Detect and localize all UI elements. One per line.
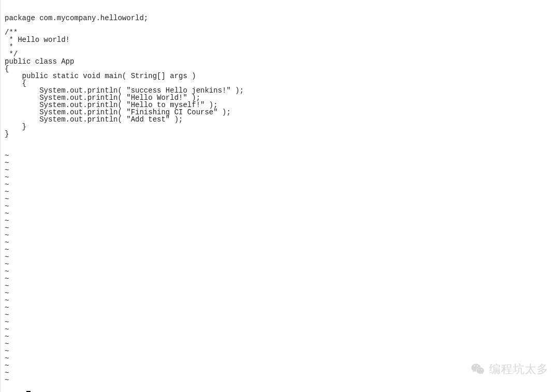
- tilde-line: ~: [5, 261, 559, 268]
- tilde-line: ~: [5, 319, 559, 326]
- code-line: {: [5, 80, 559, 87]
- tilde-line: ~: [5, 362, 559, 369]
- tilde-line: ~: [5, 232, 559, 239]
- code-line: public static void main( String[] args ): [5, 72, 559, 80]
- tilde-line: ~: [5, 340, 559, 348]
- command-line[interactable]: :wq: [5, 384, 31, 391]
- tilde-line: ~: [5, 152, 559, 159]
- code-line: System.out.println( "success Hello jenki…: [5, 87, 559, 94]
- tilde-line: ~: [5, 275, 559, 282]
- tilde-line: ~: [5, 159, 559, 167]
- code-line: System.out.println( "Hello to myself!" )…: [5, 101, 559, 109]
- tilde-line: ~: [5, 210, 559, 217]
- tilde-container: ~~~~~~~~~~~~~~~~~~~~~~~~~~~~~~~~~~~: [5, 152, 559, 382]
- tilde-line: ~: [5, 311, 559, 319]
- tilde-line: ~: [5, 290, 559, 297]
- code-line: }: [5, 130, 559, 138]
- tilde-line: ~: [5, 297, 559, 304]
- code-line: System.out.println( "Add test" );: [5, 116, 559, 123]
- tilde-line: ~: [5, 282, 559, 290]
- code-line: {: [5, 65, 559, 72]
- code-line: * Hello world!: [5, 36, 559, 43]
- tilde-line: ~: [5, 304, 559, 311]
- tilde-line: ~: [5, 369, 559, 376]
- code-line: *: [5, 43, 559, 51]
- tilde-line: ~: [5, 355, 559, 362]
- code-line: [5, 22, 559, 29]
- code-line: /**: [5, 29, 559, 36]
- code-line: System.out.println( "Finishing CI Course…: [5, 109, 559, 116]
- tilde-line: ~: [5, 376, 559, 382]
- tilde-line: ~: [5, 181, 559, 188]
- code-line: package com.mycompany.helloworld;: [5, 14, 559, 22]
- tilde-line: ~: [5, 348, 559, 355]
- tilde-line: ~: [5, 217, 559, 224]
- tilde-line: ~: [5, 203, 559, 210]
- editor-area[interactable]: package com.mycompany.helloworld; /** * …: [1, 0, 559, 382]
- code-line: }: [5, 123, 559, 130]
- code-container: package com.mycompany.helloworld; /** * …: [5, 14, 559, 138]
- tilde-line: ~: [5, 188, 559, 195]
- tilde-line: ~: [5, 174, 559, 181]
- tilde-line: ~: [5, 239, 559, 246]
- tilde-line: ~: [5, 268, 559, 275]
- tilde-line: ~: [5, 246, 559, 253]
- tilde-line: ~: [5, 224, 559, 232]
- tilde-line: ~: [5, 253, 559, 261]
- code-line: */: [5, 51, 559, 58]
- tilde-line: ~: [5, 195, 559, 203]
- code-line: public class App: [5, 58, 559, 65]
- tilde-line: ~: [5, 333, 559, 340]
- tilde-line: ~: [5, 167, 559, 174]
- tilde-line: ~: [5, 326, 559, 333]
- code-line: System.out.println( "Hello World!" );: [5, 94, 559, 101]
